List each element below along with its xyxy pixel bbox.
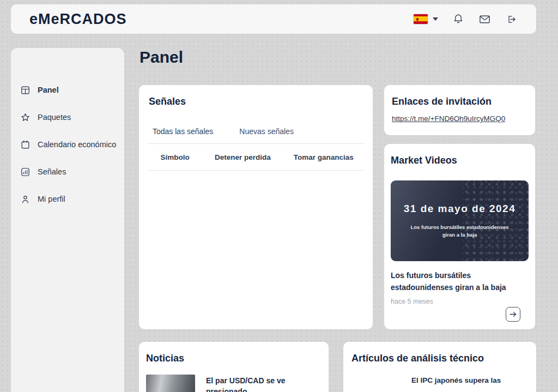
market-videos-title: Market Videos [391, 155, 529, 166]
invitation-card-title: Enlaces de invitación [392, 96, 527, 107]
language-selector[interactable] [414, 14, 438, 24]
sidebar-item-calendario[interactable]: Calendario económico [11, 131, 124, 158]
video-posted-time: hace 5 meses [391, 298, 529, 305]
column-header-tomar-ganancias: Tomar ganancias [282, 153, 365, 161]
sidebar-item-senales[interactable]: Señales [11, 158, 124, 185]
tab-todas-las-senales[interactable]: Todas las señales [153, 127, 213, 143]
column-header-simbolo: Símbolo [147, 153, 203, 161]
news-card: Noticias El par USD/CAD se ve presionado [139, 342, 329, 392]
sidebar-item-perfil[interactable]: Mi perfil [11, 185, 124, 213]
more-videos-button[interactable] [506, 307, 520, 322]
arrow-right-icon [508, 310, 518, 319]
news-card-title: Noticias [146, 353, 322, 364]
market-videos-card: Market Videos 31 de mayo de 2024 Los fut… [384, 144, 535, 329]
technical-articles-card: Artículos de análisis técnico El IPC jap… [343, 342, 536, 392]
dashboard-icon [20, 85, 31, 95]
brand-logo: eMeRCADOS [29, 11, 127, 28]
article-thumbnail-placeholder [351, 375, 401, 392]
logout-button[interactable] [505, 14, 517, 25]
article-item[interactable]: El IPC japonés supera las [351, 375, 528, 392]
articles-card-title: Artículos de análisis técnico [351, 353, 528, 364]
user-icon [20, 194, 31, 204]
sidebar-item-paquetes[interactable]: Paquetes [11, 104, 124, 131]
sidebar-item-label: Calendario económico [38, 140, 116, 149]
bell-icon [452, 13, 464, 25]
top-header: eMeRCADOS [11, 4, 536, 34]
messages-button[interactable] [478, 13, 491, 26]
sidebar-item-label: Paquetes [38, 113, 71, 122]
signals-table-header: Símbolo Detener perdida Tomar ganancias [147, 144, 365, 170]
signals-card: Señales Todas las señales Nuevas señales… [139, 85, 373, 329]
calendar-icon [20, 140, 31, 150]
invitation-links-card: Enlaces de invitación https://t.me/+FND6… [384, 85, 535, 135]
divider [147, 170, 365, 171]
sidebar-nav: Panel Paquetes Calendario económico Se [11, 48, 124, 392]
news-item-title: El par USD/CAD se ve presionado [206, 375, 322, 392]
telegram-invite-link[interactable]: https://t.me/+FND6Oh9uIrcyMGQ0 [392, 114, 505, 123]
article-item-title: El IPC japonés supera las [411, 375, 501, 386]
sidebar-item-label: Mi perfil [38, 195, 65, 203]
notifications-button[interactable] [452, 13, 464, 25]
flag-emblem [416, 18, 418, 21]
sidebar-item-label: Panel [38, 86, 59, 94]
page-title: Panel [140, 48, 183, 67]
tab-nuevas-senales[interactable]: Nuevas señales [239, 127, 294, 143]
spain-flag-icon [414, 14, 428, 24]
sidebar-item-label: Señales [38, 167, 66, 176]
signals-card-title: Señales [149, 96, 365, 107]
news-thumbnail-image [146, 375, 195, 392]
envelope-icon [478, 13, 491, 26]
logout-icon [505, 14, 517, 25]
signals-tabs: Todas las señales Nuevas señales [153, 127, 365, 143]
sidebar-item-panel[interactable]: Panel [11, 76, 124, 104]
header-actions [414, 13, 517, 26]
column-header-detener-perdida: Detener perdida [203, 153, 282, 161]
caret-down-icon [433, 17, 438, 21]
video-thumb-caption: Los futuros bursátiles estadounidenses g… [409, 224, 510, 239]
bar-chart-icon [20, 167, 31, 177]
app-frame: eMeRCADOS [0, 0, 558, 392]
video-title[interactable]: Los futuros bursátiles estadounidenses g… [391, 270, 524, 293]
video-thumbnail[interactable]: 31 de mayo de 2024 Los futuros bursátile… [391, 180, 529, 261]
star-icon [20, 112, 31, 123]
video-thumb-date: 31 de mayo de 2024 [404, 203, 516, 215]
news-item[interactable]: El par USD/CAD se ve presionado [146, 375, 322, 392]
